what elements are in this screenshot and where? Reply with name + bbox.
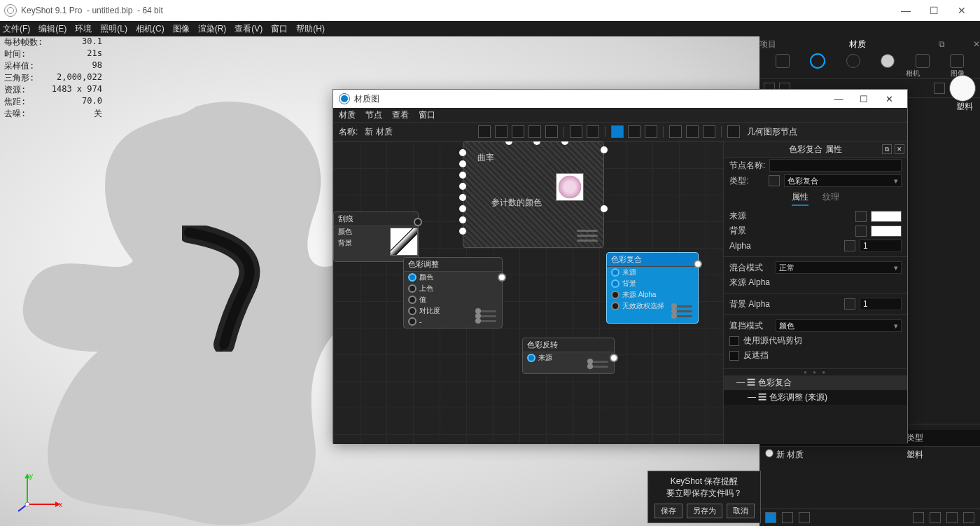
node-adjust-port-contrast[interactable] bbox=[408, 307, 416, 315]
node-type-select[interactable]: 色彩复合 bbox=[784, 174, 902, 187]
source-swatch[interactable] bbox=[871, 211, 902, 222]
tool-pan-icon[interactable] bbox=[628, 125, 640, 138]
bg-map-icon[interactable] bbox=[855, 226, 867, 237]
node-composite-port-source[interactable] bbox=[611, 268, 620, 277]
node-name-input[interactable] bbox=[769, 159, 902, 172]
node-invert-port-source[interactable] bbox=[527, 354, 536, 362]
remind-cancel-button[interactable]: 取消 bbox=[727, 504, 755, 518]
project-tab[interactable]: 项目 bbox=[760, 39, 776, 50]
grid-view-icon[interactable] bbox=[782, 512, 793, 523]
menu-render[interactable]: 渲染(R) bbox=[198, 23, 227, 35]
node-graph-canvas[interactable]: 曲率 参计数的颜色 bbox=[333, 141, 723, 444]
node-adjust-port-color[interactable] bbox=[408, 273, 416, 282]
tool-redo-icon[interactable] bbox=[528, 125, 541, 138]
menu-lighting[interactable]: 照明(L) bbox=[100, 23, 127, 35]
dlg-menu-window[interactable]: 窗口 bbox=[419, 109, 435, 121]
scene-icon[interactable] bbox=[776, 54, 790, 68]
col-type-header[interactable]: 类型 bbox=[901, 430, 980, 447]
save-material-icon[interactable] bbox=[934, 83, 945, 94]
material-name-value[interactable]: 新 材质 bbox=[365, 126, 392, 138]
mask-select[interactable]: 颜色 bbox=[776, 319, 902, 332]
environment-icon[interactable] bbox=[846, 54, 860, 68]
node-color-invert[interactable]: 色彩反转 来源 bbox=[522, 338, 615, 374]
invert-mask-checkbox[interactable] bbox=[729, 351, 739, 361]
alpha-value[interactable]: 1 bbox=[860, 240, 902, 252]
tool-undo-icon[interactable] bbox=[512, 125, 524, 138]
menu-file[interactable]: 文件(F) bbox=[3, 23, 30, 35]
tool-delete-icon[interactable] bbox=[587, 125, 599, 138]
dialog-titlebar[interactable]: 材质图 — ☐ ✕ bbox=[333, 90, 907, 108]
node-scratch[interactable]: 刮痕 颜色 背景 bbox=[333, 212, 419, 262]
add-material-icon[interactable] bbox=[946, 512, 958, 523]
axis-gizmo[interactable]: x y bbox=[17, 473, 66, 515]
node-invert-output-port[interactable] bbox=[610, 354, 618, 362]
node-composite-port-bg[interactable] bbox=[611, 279, 620, 288]
node-composite-output-port[interactable] bbox=[694, 260, 702, 268]
menu-image[interactable]: 图像 bbox=[173, 23, 190, 35]
tree-item-child[interactable]: — ☰ 色彩调整 (来源) bbox=[724, 390, 907, 405]
source-map-icon[interactable] bbox=[855, 211, 867, 222]
tool-layout-icon[interactable] bbox=[686, 125, 699, 138]
tool-copy-icon[interactable] bbox=[570, 125, 582, 138]
panel-popout-icon[interactable]: ⧉ bbox=[939, 39, 945, 49]
geometry-node-label[interactable]: 几何图形节点 bbox=[747, 126, 797, 138]
window-minimize-button[interactable]: — bbox=[892, 0, 920, 21]
dlg-menu-material[interactable]: 材质 bbox=[339, 109, 356, 121]
menu-view[interactable]: 查看(V) bbox=[234, 23, 262, 35]
dlg-menu-node[interactable]: 节点 bbox=[365, 109, 382, 121]
tool-refresh-icon[interactable] bbox=[495, 125, 507, 138]
window-close-button[interactable]: ✕ bbox=[948, 0, 976, 21]
window-maximize-button[interactable]: ☐ bbox=[920, 0, 948, 21]
props-close-icon[interactable]: ✕ bbox=[895, 144, 904, 154]
camera-icon[interactable] bbox=[916, 54, 930, 68]
material-tab[interactable]: 材质 bbox=[804, 39, 911, 50]
material-preview-sphere[interactable] bbox=[949, 75, 976, 102]
props-popout-icon[interactable]: ⧉ bbox=[882, 144, 892, 154]
node-adjust-port-tint[interactable] bbox=[408, 284, 416, 293]
node-adjust-port-value[interactable] bbox=[408, 296, 416, 304]
menu-help[interactable]: 帮助(H) bbox=[296, 23, 325, 35]
node-adjust-port-extra[interactable] bbox=[408, 317, 416, 326]
node-color-composite[interactable]: 色彩复合 来源 背景 来源 Alpha 无效政权选择 bbox=[606, 252, 699, 324]
link-icon[interactable] bbox=[913, 512, 924, 523]
menu-edit[interactable]: 编辑(E) bbox=[38, 23, 66, 35]
tool-select-icon[interactable] bbox=[611, 125, 624, 138]
node-adjust-output-port[interactable] bbox=[498, 273, 506, 282]
remind-saveas-button[interactable]: 另存为 bbox=[687, 504, 722, 518]
remind-save-button[interactable]: 保存 bbox=[654, 504, 682, 518]
collapsed-node-group[interactable]: 曲率 参计数的颜色 bbox=[463, 141, 604, 248]
bg-swatch[interactable] bbox=[871, 226, 902, 237]
menu-environment[interactable]: 环境 bbox=[75, 23, 92, 35]
blend-select[interactable]: 正常 bbox=[776, 261, 902, 274]
unlink-icon[interactable] bbox=[930, 512, 941, 523]
alpha-map-icon[interactable] bbox=[844, 240, 855, 251]
menu-window[interactable]: 窗口 bbox=[271, 23, 288, 35]
node-composite-port-mask[interactable] bbox=[611, 302, 620, 310]
tree-grip-icon[interactable]: ● ● ● bbox=[724, 369, 907, 375]
delete-material-icon[interactable] bbox=[963, 512, 974, 523]
tool-save-icon[interactable] bbox=[478, 125, 491, 138]
material-row[interactable]: 新 材质 塑料 bbox=[760, 447, 980, 464]
props-tab-attributes[interactable]: 属性 bbox=[792, 191, 808, 206]
tree-item-root[interactable]: — ☰ 色彩复合 bbox=[724, 375, 907, 390]
dialog-close-button[interactable]: ✕ bbox=[876, 94, 902, 104]
filter-icon[interactable] bbox=[799, 512, 810, 523]
bg-alpha-map-icon[interactable] bbox=[844, 298, 855, 310]
clip-checkbox[interactable] bbox=[729, 336, 739, 346]
node-composite-port-srcalpha[interactable] bbox=[611, 291, 620, 299]
tool-zoom-icon[interactable] bbox=[645, 125, 657, 138]
menu-camera[interactable]: 相机(C) bbox=[136, 23, 164, 35]
node-scratch-output-port[interactable] bbox=[414, 218, 422, 226]
dialog-maximize-button[interactable]: ☐ bbox=[851, 94, 876, 104]
props-tab-textures[interactable]: 纹理 bbox=[822, 191, 839, 206]
tool-fit-icon[interactable] bbox=[703, 125, 715, 138]
panel-close-icon[interactable]: ✕ bbox=[973, 39, 980, 49]
tool-geo-icon[interactable] bbox=[727, 125, 740, 138]
lighting-icon[interactable] bbox=[881, 54, 895, 68]
bg-alpha-value[interactable]: 1 bbox=[860, 298, 902, 310]
tool-align-icon[interactable] bbox=[669, 125, 682, 138]
tool-export-icon[interactable] bbox=[545, 125, 558, 138]
list-view-icon[interactable] bbox=[765, 512, 776, 523]
dlg-menu-view[interactable]: 查看 bbox=[392, 109, 409, 121]
node-color-adjust[interactable]: 色彩调整 颜色 上色 值 对比度 - bbox=[403, 257, 503, 328]
